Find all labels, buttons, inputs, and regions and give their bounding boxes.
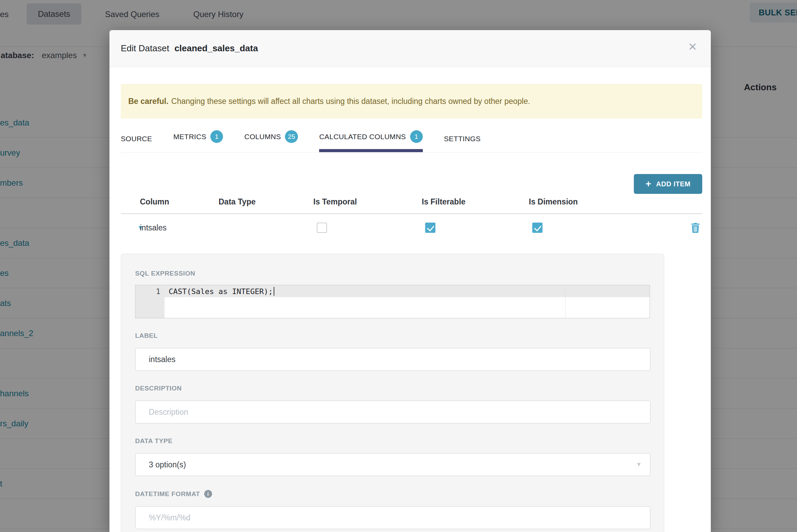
line-number: 1 xyxy=(156,287,160,296)
label-input[interactable] xyxy=(135,348,651,371)
trash-icon[interactable] xyxy=(691,222,700,233)
tab-columns[interactable]: COLUMNS 25 xyxy=(244,130,298,152)
data-type-field-label-text: DATA TYPE xyxy=(135,437,173,445)
tab-calculated-columns-label: CALCULATED COLUMNS xyxy=(319,133,406,141)
sql-code-line: CAST(Sales as INTEGER); xyxy=(169,287,274,297)
description-field-label-text: DESCRIPTION xyxy=(135,385,182,392)
tab-settings[interactable]: SETTINGS xyxy=(444,135,481,152)
add-item-row: + ADD ITEM xyxy=(121,174,702,194)
header-is-filterable: Is Filterable xyxy=(422,197,529,213)
header-column: Column xyxy=(140,197,219,213)
is-temporal-checkbox[interactable] xyxy=(317,223,327,233)
label-field-label-text: LABEL xyxy=(135,332,158,340)
warning-banner: Be careful. Changing these settings will… xyxy=(121,84,702,119)
modal-tabs: SOURCE METRICS 1 COLUMNS 25 CALCULATED C… xyxy=(121,130,702,152)
table-row: ▼ intsales xyxy=(121,214,702,241)
collapse-caret-icon[interactable]: ▼ xyxy=(121,224,140,231)
data-type-selected-value: 3 option(s) xyxy=(149,460,186,469)
sql-expression-label-text: SQL EXPRESSION xyxy=(135,270,195,277)
editor-print-margin xyxy=(565,285,565,318)
chevron-down-icon: ▼ xyxy=(636,461,642,468)
is-dimension-checkbox[interactable] xyxy=(532,223,543,233)
edit-dataset-modal: Edit Dataset cleaned_sales_data ✕ Be car… xyxy=(109,30,711,532)
metrics-count-badge: 1 xyxy=(210,130,223,143)
warning-text: Changing these settings will affect all … xyxy=(171,97,530,106)
add-item-label: ADD ITEM xyxy=(656,180,691,188)
is-filterable-checkbox[interactable] xyxy=(425,223,435,233)
header-is-dimension: Is Dimension xyxy=(529,197,682,213)
tab-metrics[interactable]: METRICS 1 xyxy=(173,130,223,152)
is-filterable-cell xyxy=(422,223,529,233)
tab-source[interactable]: SOURCE xyxy=(121,135,152,152)
calculated-columns-count-badge: 1 xyxy=(410,130,423,143)
data-type-field-label: DATA TYPE xyxy=(135,437,650,445)
tab-columns-label: COLUMNS xyxy=(244,133,281,141)
info-icon[interactable]: i xyxy=(204,490,212,498)
tab-calculated-columns[interactable]: CALCULATED COLUMNS 1 xyxy=(319,130,423,152)
caret-column-spacer xyxy=(121,202,140,209)
datetime-format-input[interactable] xyxy=(135,506,651,529)
tab-metrics-label: METRICS xyxy=(173,133,207,141)
close-icon[interactable]: ✕ xyxy=(686,41,699,53)
is-temporal-cell xyxy=(313,223,422,233)
data-type-select[interactable]: 3 option(s) ▼ xyxy=(135,453,651,476)
description-field-label: DESCRIPTION xyxy=(135,385,650,392)
header-is-temporal: Is Temporal xyxy=(313,197,422,213)
modal-body: Be careful. Changing these settings will… xyxy=(109,84,711,532)
modal-header: Edit Dataset cleaned_sales_data ✕ xyxy=(109,30,711,67)
modal-title-prefix: Edit Dataset xyxy=(121,43,169,53)
calculated-column-editor-panel: SQL EXPRESSION 1 CAST(Sales as INTEGER);… xyxy=(121,254,664,532)
plus-icon: + xyxy=(645,179,651,189)
sql-expression-editor[interactable]: 1 CAST(Sales as INTEGER); xyxy=(135,285,650,318)
add-item-button[interactable]: + ADD ITEM xyxy=(634,174,702,194)
datetime-format-label-text: DATETIME FORMAT xyxy=(135,490,200,498)
modal-title-dataset-name: cleaned_sales_data xyxy=(174,43,258,53)
header-data-type: Data Type xyxy=(219,197,313,213)
column-name: intsales xyxy=(140,223,219,232)
datetime-format-field-label: DATETIME FORMAT i xyxy=(135,490,650,498)
editor-line-number-gutter: 1 xyxy=(135,285,165,318)
modal-title: Edit Dataset cleaned_sales_data xyxy=(121,43,258,54)
is-dimension-cell xyxy=(529,223,682,233)
columns-count-badge: 25 xyxy=(285,130,298,143)
warning-bold: Be careful. xyxy=(128,97,169,106)
tab-settings-label: SETTINGS xyxy=(444,135,481,143)
columns-table-header: Column Data Type Is Temporal Is Filterab… xyxy=(121,197,702,214)
label-field-label: LABEL xyxy=(135,332,650,340)
description-input[interactable] xyxy=(135,400,651,424)
sql-code-text: CAST(Sales as INTEGER); xyxy=(169,287,273,296)
sql-expression-label: SQL EXPRESSION xyxy=(135,270,650,277)
calculated-columns-table: Column Data Type Is Temporal Is Filterab… xyxy=(121,197,702,241)
text-cursor xyxy=(274,287,274,296)
trash-column-spacer xyxy=(682,202,702,209)
tab-source-label: SOURCE xyxy=(121,135,152,143)
delete-cell xyxy=(682,222,702,233)
